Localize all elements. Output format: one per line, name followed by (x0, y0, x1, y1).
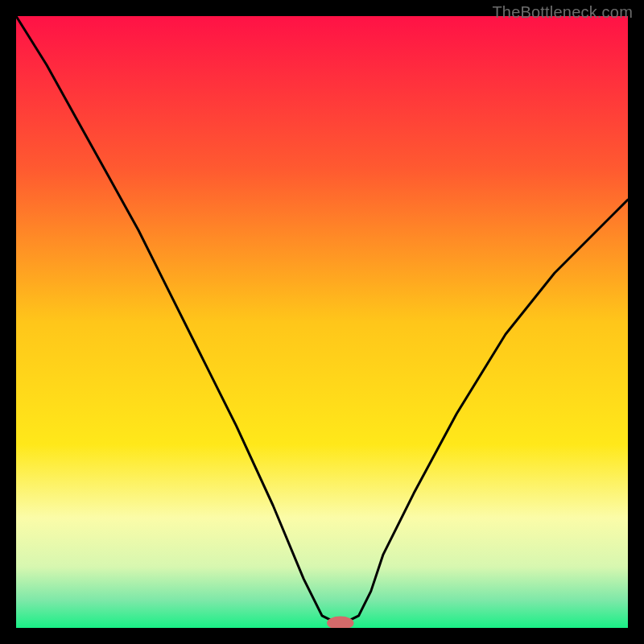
chart-frame: TheBottleneck.com (0, 0, 644, 644)
watermark-text: TheBottleneck.com (492, 3, 633, 22)
bottleneck-plot (16, 16, 628, 628)
plot-background (16, 16, 628, 628)
